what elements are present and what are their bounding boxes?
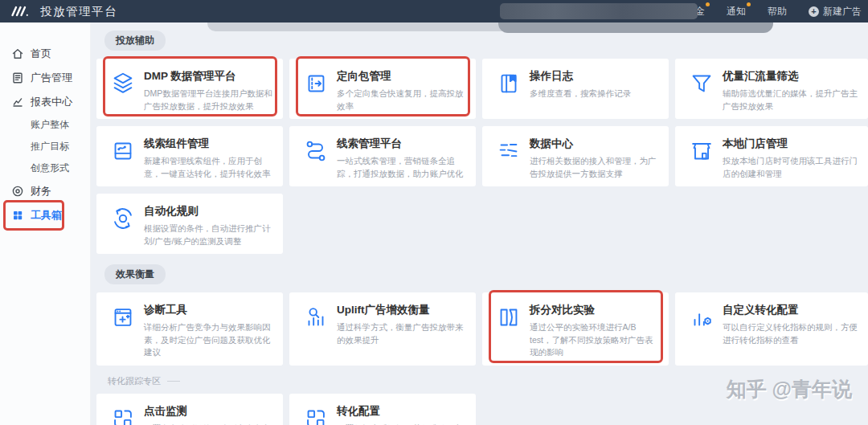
card-grid: 诊断工具详细分析广告竞争力与效果影响因素，及时定位广告问题及获取优化建议Upli…: [96, 292, 868, 366]
watermark: 知乎 @青年说: [727, 376, 852, 403]
card-desc: 一站式线索管理，营销链条全追踪，打通投放数据，助力账户优化: [337, 155, 466, 180]
tool-card-s0-c6[interactable]: 数据中心进行相关数据的接入和管理，为广告投放提供一方数据支撑: [482, 126, 669, 186]
card-title: 转化配置: [337, 404, 466, 419]
sidebar-item-label: 首页: [31, 47, 51, 61]
card-text: 点击监测配置点击监测链接，监测广告点击数据辅助转化效果归因: [144, 403, 273, 425]
tool-card-s0-c2[interactable]: 操作日志多维度查看，搜索操作记录: [482, 59, 669, 119]
card-title: 拆分对比实验: [530, 303, 659, 317]
card-text: 诊断工具详细分析广告竞争力与效果影响因素，及时定位广告问题及获取优化建议: [144, 302, 273, 359]
targeting-package-icon: [302, 70, 330, 97]
automation-icon: [109, 205, 137, 232]
sidebar-item-1[interactable]: 广告管理: [0, 66, 90, 90]
card-title: 定向包管理: [337, 69, 466, 84]
conversion-config-icon: [302, 405, 330, 425]
tool-card-s0-c0[interactable]: DMP 数据管理平台DMP数据管理平台连接用户数据和广告投放数据，提升投放效果: [96, 59, 283, 119]
new-ad-button[interactable]: + 新建广告: [809, 5, 862, 18]
tool-card-s1-c1[interactable]: Uplift广告增效衡量通过科学方式，衡量广告投放带来的效果提升: [289, 292, 476, 366]
funnel-icon: [688, 70, 715, 97]
topbar-item-2[interactable]: 帮助: [768, 5, 787, 18]
tool-card-s1-c2[interactable]: 拆分对比实验通过公平的实验环境进行A/B test，了解不同投放策略对广告表现的…: [482, 292, 669, 366]
card-title: 线索管理平台: [337, 137, 466, 151]
tool-card-s1-c3[interactable]: 自定义转化配置可以自行定义转化指标的规则，方便进行转化指标的查看: [675, 292, 868, 366]
sidebar-item-0[interactable]: 首页: [0, 42, 90, 66]
tool-card-s2-c0[interactable]: 点击监测配置点击监测链接，监测广告点击数据辅助转化效果归因: [96, 394, 283, 425]
topbar-menu: 资金通知帮助 + 新建广告: [686, 5, 862, 18]
card-text: 线索组件管理新建和管理线索组件，应用于创意，一键直达转化，提升转化效率: [144, 136, 273, 180]
section-0: 投放辅助DMP 数据管理平台DMP数据管理平台连接用户数据和广告投放数据，提升投…: [96, 31, 868, 254]
notification-badge-dot: [747, 2, 751, 6]
topbar: 投放管理平台 资金通知帮助 + 新建广告: [0, 0, 868, 22]
sidebar-item-label: 报表中心: [31, 95, 72, 109]
card-desc: 配置点击监测链接，监测广告点击数据辅助转化效果归因: [144, 423, 273, 425]
tool-card-s0-c8[interactable]: 自动化规则根据设置的条件，自动进行推广计划/广告/账户的监测及调整: [96, 194, 283, 254]
card-text: 本地门店管理投放本地门店时可使用该工具进行门店的创建和管理: [723, 136, 858, 180]
card-desc: 可以自行定义转化指标的规则，方便进行转化指标的查看: [723, 321, 858, 346]
content-sections: 投放辅助DMP 数据管理平台DMP数据管理平台连接用户数据和广告投放数据，提升投…: [91, 22, 868, 425]
ad-manage-icon: [11, 72, 24, 84]
tool-card-s0-c3[interactable]: 优量汇流量筛选辅助筛选优量汇的媒体，提升广告主广告投放效果: [675, 59, 868, 119]
new-ad-label: 新建广告: [823, 5, 862, 18]
page-title: 投放管理平台: [40, 4, 117, 19]
card-desc: 多维度查看，搜索操作记录: [530, 88, 631, 100]
card-grid: DMP 数据管理平台DMP数据管理平台连接用户数据和广告投放数据，提升投放效果定…: [96, 59, 868, 254]
sidebar-item-label: 推广目标: [31, 140, 69, 153]
lead-route-icon: [302, 137, 330, 165]
plus-icon: +: [809, 6, 819, 17]
card-desc: 通过科学方式，衡量广告投放带来的效果提升: [337, 321, 466, 346]
sidebar-item-6[interactable]: 财务: [0, 179, 90, 203]
section-divider-line: [167, 381, 180, 382]
sidebar-item-3[interactable]: 账户整体: [0, 114, 90, 136]
sidebar-item-label: 账户整体: [31, 118, 69, 132]
card-text: 自定义转化配置可以自行定义转化指标的规则，方便进行转化指标的查看: [723, 302, 858, 359]
topbar-item-1[interactable]: 通知: [727, 5, 746, 18]
card-desc: 投放本地门店时可使用该工具进行门店的创建和管理: [723, 155, 858, 180]
redacted-account-info: [500, 3, 698, 19]
card-title: 数据中心: [530, 137, 659, 151]
tool-card-s1-c0[interactable]: 诊断工具详细分析广告竞争力与效果影响因素，及时定位广告问题及获取优化建议: [96, 292, 283, 366]
tool-card-s0-c5[interactable]: 线索管理平台一站式线索管理，营销链条全追踪，打通投放数据，助力账户优化: [289, 126, 476, 186]
section-header: 投放辅助: [104, 31, 166, 51]
card-text: 自动化规则根据设置的条件，自动进行推广计划/广告/账户的监测及调整: [144, 203, 273, 247]
sidebar-item-4[interactable]: 推广目标: [0, 136, 90, 157]
data-stream-icon: [495, 137, 522, 165]
tool-card-s0-c1[interactable]: 定向包管理多个定向集合快速复用，提高投放效率: [289, 59, 476, 119]
home-icon: [11, 47, 24, 60]
toolbox-icon: [11, 209, 24, 222]
topbar-item-label: 帮助: [768, 6, 787, 17]
card-desc: 详细分析广告竞争力与效果影响因素，及时定位广告问题及获取优化建议: [144, 321, 273, 359]
section-header-label: 转化跟踪专区: [108, 375, 161, 387]
redacted-smear: [498, 22, 773, 33]
sidebar-item-5[interactable]: 创意形式: [0, 157, 90, 179]
sidebar-item-label: 工具箱: [31, 208, 62, 223]
card-text: 数据中心进行相关数据的接入和管理，为广告投放提供一方数据支撑: [530, 136, 659, 180]
tool-card-s0-c7[interactable]: 本地门店管理投放本地门店时可使用该工具进行门店的创建和管理: [675, 126, 868, 186]
card-title: 操作日志: [530, 69, 631, 84]
sidebar-item-label: 广告管理: [31, 71, 72, 85]
card-title: 线索组件管理: [144, 137, 273, 151]
card-desc: 进行相关数据的接入和管理，为广告投放提供一方数据支撑: [530, 155, 659, 180]
uplift-icon: [302, 304, 330, 331]
lead-component-icon: [109, 137, 137, 165]
sidebar-item-label: 创意形式: [31, 161, 69, 175]
card-text: 线索管理平台一站式线索管理，营销链条全追踪，打通投放数据，助力账户优化: [337, 136, 466, 180]
card-desc: 根据设置的条件，自动进行推广计划/广告/账户的监测及调整: [144, 223, 273, 247]
card-title: 诊断工具: [144, 303, 273, 317]
dmp-layers-icon: [109, 70, 137, 97]
sidebar-item-2[interactable]: 报表中心: [0, 90, 90, 114]
topbar-item-label: 通知: [727, 6, 746, 17]
sidebar-item-7[interactable]: 工具箱: [0, 203, 90, 227]
report-icon: [11, 96, 24, 108]
tool-card-s0-c4[interactable]: 线索组件管理新建和管理线索组件，应用于创意，一键直达转化，提升转化效率: [96, 126, 283, 186]
card-desc: 配置数据去重逻辑，获得准确的归因数据: [337, 423, 466, 425]
section-header: 效果衡量: [104, 264, 166, 284]
card-title: 自动化规则: [144, 204, 273, 219]
click-monitor-icon: [109, 405, 137, 425]
card-title: 本地门店管理: [723, 137, 858, 151]
card-text: 操作日志多维度查看，搜索操作记录: [530, 68, 631, 112]
card-desc: 辅助筛选优量汇的媒体，提升广告主广告投放效果: [723, 88, 858, 112]
tool-card-s2-c1[interactable]: 转化配置配置数据去重逻辑，获得准确的归因数据: [289, 394, 476, 425]
card-title: Uplift广告增效衡量: [337, 303, 466, 317]
platform-logo-icon: [10, 5, 29, 18]
card-title: 自定义转化配置: [723, 303, 858, 317]
store-icon: [688, 137, 715, 165]
